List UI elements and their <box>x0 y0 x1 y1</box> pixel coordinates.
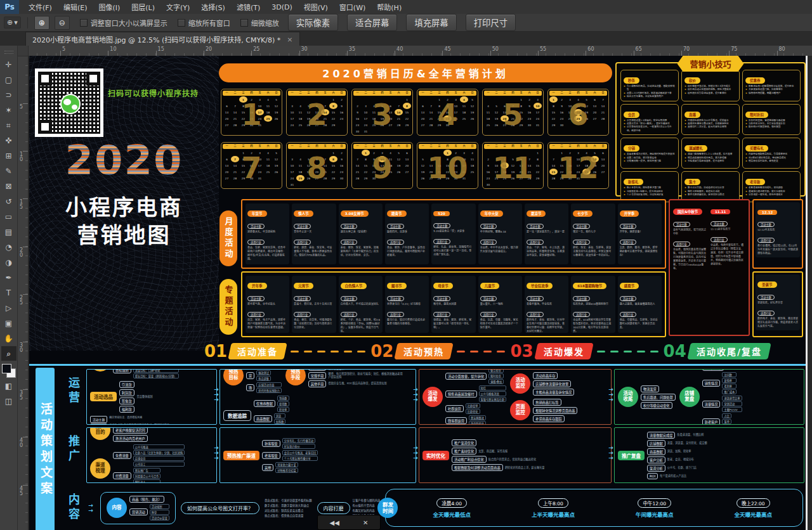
color-swatches[interactable] <box>2 364 16 378</box>
branch-row: 店铺数据流量、浏览量、支付转化、成交额 <box>647 440 707 447</box>
menu-item[interactable]: 文字(Y) <box>160 0 195 14</box>
mindmap-node: 页面监控 <box>510 400 530 420</box>
option-checkbox[interactable]: 缩放所有窗口 <box>178 18 230 28</box>
floating-panel[interactable]: ◀◀✕ <box>317 515 381 530</box>
branch-box: 微客群运营 <box>445 417 467 424</box>
foreground-color[interactable] <box>2 364 11 373</box>
zoom-in-button[interactable]: ⊕ <box>34 16 49 30</box>
tool-zoom[interactable]: ⌕ <box>1 346 16 361</box>
tool-magic-wand[interactable]: ✶ <box>1 103 16 117</box>
tip-bullet: ➤配合倒计时氛围装修，强化氛围 <box>745 126 797 129</box>
tool-pen[interactable]: ✒ <box>1 270 16 285</box>
options-button[interactable]: 适合屏幕 <box>347 14 397 31</box>
options-button[interactable]: 打印尺寸 <box>466 14 516 31</box>
tool-path-select[interactable]: ▷ <box>1 301 16 315</box>
document-canvas[interactable]: 扫码可以获得小程序扶持 2020 小程序电商 营销地图 2020营销日历&全年营… <box>28 56 812 530</box>
branch-box: 根据数据及时调整活动页面商品 <box>452 464 503 471</box>
ruler-tick <box>108 51 108 56</box>
day-cell: 14 <box>231 109 239 115</box>
calendar-day-grid: 1234567891011121314151617181920212223242… <box>353 150 411 181</box>
day-cell: 10 <box>460 156 468 162</box>
day-cell: 24 <box>534 115 542 122</box>
ruler-number: 65 <box>636 46 642 52</box>
tool-lasso[interactable]: ⊃ <box>1 87 16 102</box>
tool-quick-mask[interactable]: ◧ <box>1 378 16 393</box>
ruler-corner <box>18 46 29 56</box>
option-checkbox[interactable]: 细微缩放 <box>240 18 279 28</box>
options-button[interactable]: 填充屏幕 <box>406 14 456 31</box>
day-cell: 6 <box>386 103 395 109</box>
tip-card: 老带新➤老客邀请新客双向得礼，双向激励➤邀请排行榜冲榜奖励，放大头部效应➤分享海… <box>742 171 801 202</box>
tool-eraser[interactable]: ▭ <box>1 209 16 224</box>
weekday-label: 二 <box>296 144 304 149</box>
day-cell: 27 <box>591 115 599 122</box>
checkbox-box[interactable] <box>178 19 185 27</box>
tool-brush[interactable]: ✎ <box>1 164 16 178</box>
branch-row: 销售情况访问数复购率毛利率推广成本 <box>702 372 742 394</box>
theme-text: 圣诞狂欢，好礼齐分享 <box>757 301 798 305</box>
tool-dodge[interactable]: ◑ <box>1 255 16 269</box>
tool-clone-stamp[interactable]: ⊠ <box>1 179 16 193</box>
menu-item[interactable]: 图层(L) <box>126 0 160 14</box>
day-blank <box>484 150 492 156</box>
content-cluster: 内容商品（预告、悬念）营销活动活动规划种草活动合伙裂变 <box>100 492 176 524</box>
weekday-label: 六 <box>591 91 599 96</box>
industry-text: 食品、服饰、户外装备等，适合出行场景的商品，露营可搭配用户补给需求。 <box>387 246 427 257</box>
qr-pattern <box>38 72 100 134</box>
tip-card: 分销➤发展老客成为分销员，佣金即时到账提升积极性➤设置二级奖励，放大裂变层级➤分… <box>620 138 679 169</box>
menu-item[interactable]: 帮助(H) <box>371 0 407 14</box>
palette-grip[interactable] <box>4 51 13 54</box>
day-cell: 23 <box>247 115 256 122</box>
tool-move[interactable]: ✛ <box>1 57 16 72</box>
menu-item[interactable]: 文件(F) <box>23 0 58 14</box>
industry-text: 鲜花、珠宝、美妆、生鲜等，浪漫主题活动与礼盒推荐，年轻文案可以叠素材，浪漫传递一… <box>573 246 613 257</box>
tool-marquee[interactable]: ▢ <box>1 72 16 87</box>
branch-row: ROI每个渠道的投入产出比 <box>647 473 707 479</box>
mindmap-branches: 新客裂变分享有礼，先行传播活动好友助力砍价老客裂变会员公众号推送、老客召回个人号… <box>262 438 318 473</box>
menu-item[interactable]: 图像(I) <box>93 0 126 14</box>
day-cell: 18 <box>484 115 492 122</box>
ruler-tick <box>347 51 348 56</box>
menu-item[interactable]: 滤镜(T) <box>231 0 266 14</box>
zoom-tool-preset[interactable]: ⊕▾ <box>4 16 21 29</box>
options-button[interactable]: 实际像素 <box>288 14 338 31</box>
calendar-weekday-header: 一二三四五六日 <box>288 91 346 96</box>
checkbox-box[interactable] <box>240 19 248 27</box>
weekday-label: 四 <box>378 144 386 149</box>
tool-crop[interactable]: ⌗ <box>1 118 16 132</box>
theme-tag: 活动主题 <box>573 296 590 301</box>
day-blank <box>517 150 525 156</box>
day-cell: 26 <box>582 115 591 122</box>
tool-eyedropper[interactable]: ✜ <box>1 133 16 148</box>
tool-gradient[interactable]: ▤ <box>1 224 16 239</box>
day-cell: 16 <box>370 162 378 169</box>
option-checkbox[interactable]: 调整窗口大小以满屏显示 <box>80 18 167 28</box>
day-cell: 20 <box>313 169 321 175</box>
tool-blur[interactable]: ◔ <box>1 240 16 254</box>
tool-screen-mode[interactable]: ◫ <box>1 394 16 408</box>
menu-item[interactable]: 3D(D) <box>266 0 298 14</box>
mindmap-group: 内容商品（预告、悬念）营销活动活动规划种草活动合伙裂变 <box>107 496 169 520</box>
tip-label: 优惠券 <box>745 77 765 84</box>
tab-close-icon[interactable]: × <box>287 36 292 44</box>
menu-item[interactable]: 编辑(E) <box>58 0 93 14</box>
day-cell: 7 <box>525 156 534 162</box>
menu-item[interactable]: 选择(S) <box>195 0 231 14</box>
document-tab[interactable]: 2020小程序电商营销地图.jpg @ 12.5% (扫码可以获得小程序扶持, … <box>25 32 300 46</box>
branch-row: 形象款 <box>119 398 134 404</box>
zoom-out-button[interactable]: ⊖ <box>55 16 70 30</box>
tool-shape[interactable]: ▣ <box>1 316 16 330</box>
day-cell: 10 <box>534 103 542 109</box>
checkbox-box[interactable] <box>80 19 88 27</box>
tool-type[interactable]: T <box>1 285 16 300</box>
tool-hand[interactable]: ✋ <box>1 331 16 346</box>
weekday-label: 五 <box>452 144 460 149</box>
tip-bullet: ➤直播切片二次分发，延长内容生命周期 <box>684 126 737 129</box>
menu-item[interactable]: 视图(V) <box>298 0 334 14</box>
panel-icon[interactable]: ✕ <box>363 519 368 526</box>
panel-icon[interactable]: ◀◀ <box>330 519 339 526</box>
menu-item[interactable]: 窗口(W) <box>334 0 371 14</box>
tool-history-brush[interactable]: ↺ <box>1 194 16 209</box>
tool-healing-brush[interactable]: ⊞ <box>1 148 16 163</box>
weekday-label: 三 <box>501 144 509 149</box>
